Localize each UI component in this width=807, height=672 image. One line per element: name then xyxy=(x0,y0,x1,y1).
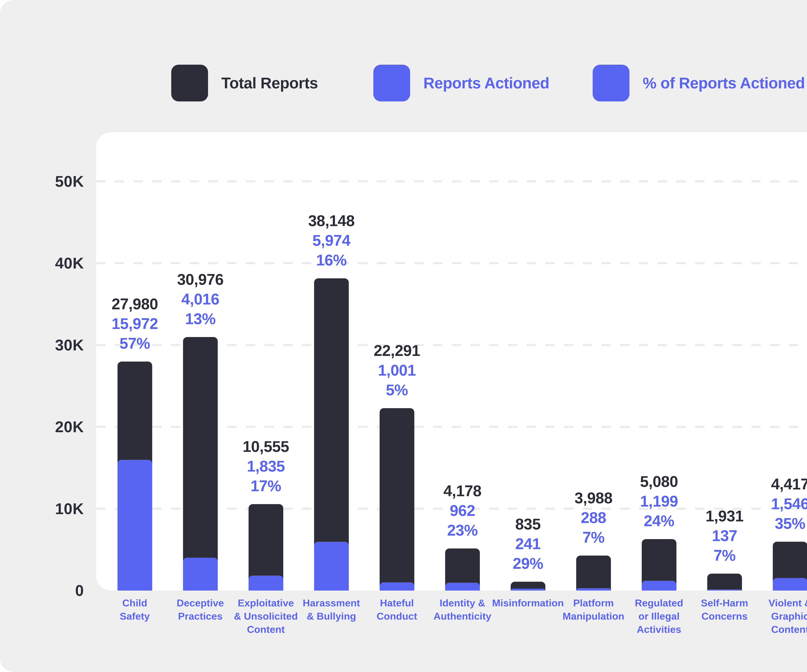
label-actioned: 1,175 xyxy=(804,507,807,527)
legend-item-reports-actioned: Reports Actioned xyxy=(373,65,550,102)
category-label-violent-graphic-content: Violent &GraphicContent xyxy=(743,596,807,636)
report-panel: Total Reports Reports Actioned % of Repo… xyxy=(0,0,807,672)
bar-actioned-harassment-bullying xyxy=(314,542,349,591)
label-pct: 13% xyxy=(149,309,252,329)
bar-actioned-misinformation xyxy=(511,589,545,591)
label-actioned: 1,546 xyxy=(739,494,807,514)
bar-value-label-exploitative-unsolicited-content: 10,5551,83517% xyxy=(214,437,317,496)
bar-total-platform-manipulation xyxy=(576,556,611,591)
bar-value-label-violent-extremism: 3,1711,17537% xyxy=(804,488,807,546)
label-total: 38,148 xyxy=(280,211,383,231)
blurple-square-swatch-icon xyxy=(593,65,629,101)
label-pct: 5% xyxy=(345,380,448,400)
legend-item-pct-reports-actioned: % of Reports Actioned xyxy=(593,65,805,102)
bar-actioned-platform-manipulation xyxy=(576,588,611,591)
bar-actioned-deceptive-practices xyxy=(183,558,218,591)
bar-actioned-self-harm-concerns xyxy=(707,589,742,591)
y-axis-tick-30K: 30K xyxy=(0,335,84,355)
label-pct: 57% xyxy=(83,333,186,353)
legend-label-reports-actioned: Reports Actioned xyxy=(423,74,550,92)
bar-actioned-violent-graphic-content xyxy=(773,578,807,591)
bar-total-hateful-conduct xyxy=(380,408,414,591)
label-total: 4,417 xyxy=(739,474,807,494)
bar-total-self-harm-concerns xyxy=(707,574,742,591)
gridline-40K xyxy=(96,262,807,264)
label-total: 22,291 xyxy=(345,341,448,361)
gridline-50K xyxy=(96,180,807,182)
bar-actioned-hateful-conduct xyxy=(380,582,414,591)
label-total: 4,178 xyxy=(411,481,514,501)
bar-value-label-hateful-conduct: 22,2911,0015% xyxy=(345,341,448,400)
label-pct: 29% xyxy=(476,554,580,573)
bar-value-label-deceptive-practices: 30,9764,01613% xyxy=(149,270,252,329)
bar-total-deceptive-practices xyxy=(183,337,218,591)
bar-actioned-child-safety xyxy=(118,460,152,591)
bar-actioned-exploitative-unsolicited-content xyxy=(249,576,283,591)
label-total: 10,555 xyxy=(214,437,317,457)
dark-square-swatch-icon xyxy=(171,65,208,101)
label-pct: 35% xyxy=(739,514,807,533)
y-axis-tick-0: 0 xyxy=(0,581,84,601)
y-axis-tick-50K: 50K xyxy=(0,171,84,192)
y-axis-tick-20K: 20K xyxy=(0,417,84,437)
label-total: 3,171 xyxy=(804,488,807,507)
bar-actioned-regulated-or-illegal-activities xyxy=(642,581,676,591)
label-actioned: 1,001 xyxy=(345,361,448,380)
bar-value-label-violent-graphic-content: 4,4171,54635% xyxy=(739,474,807,533)
bar-value-label-harassment-bullying: 38,1485,97416% xyxy=(280,211,383,270)
y-axis-tick-40K: 40K xyxy=(0,253,84,273)
blurple-square-swatch-icon xyxy=(373,65,410,101)
label-total: 5,080 xyxy=(607,472,711,492)
label-actioned: 5,974 xyxy=(280,231,383,250)
label-total: 30,976 xyxy=(149,270,252,289)
label-pct: 17% xyxy=(214,476,317,496)
y-axis-tick-10K: 10K xyxy=(0,499,84,519)
legend-label-total-reports: Total Reports xyxy=(221,74,318,92)
label-actioned: 4,016 xyxy=(149,289,252,309)
legend-label-pct-reports-actioned: % of Reports Actioned xyxy=(643,74,805,92)
label-pct: 16% xyxy=(280,250,383,270)
label-actioned: 1,835 xyxy=(214,457,317,476)
label-pct: 37% xyxy=(804,527,807,546)
legend-item-total-reports: Total Reports xyxy=(171,65,318,102)
label-pct: 7% xyxy=(673,546,776,565)
bar-actioned-identity-authenticity xyxy=(445,583,480,591)
